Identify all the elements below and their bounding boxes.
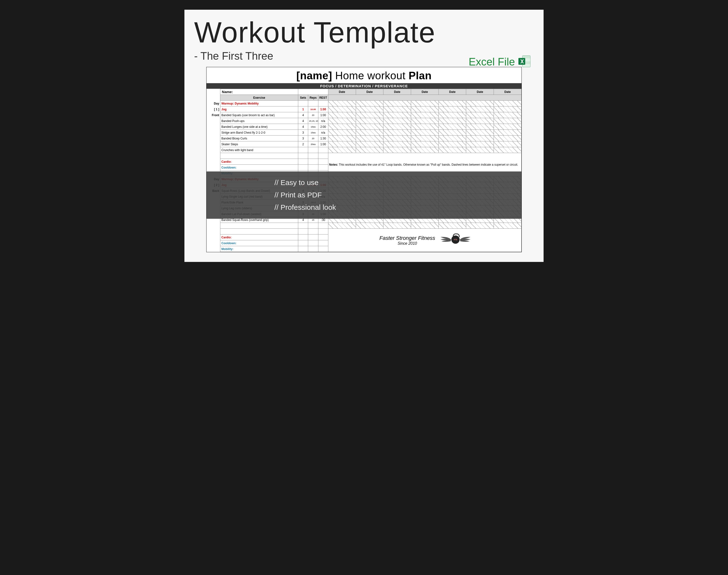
row-label (207, 124, 220, 130)
exercise-cell: Mobility: (220, 246, 298, 252)
log-cell (494, 136, 521, 141)
date-header: Date (494, 89, 521, 95)
log-cell (356, 101, 383, 106)
rest-cell: 1:00 (318, 112, 328, 118)
reps-cell: 10.00 (308, 106, 318, 112)
row-label (207, 153, 220, 159)
log-cell (494, 106, 521, 112)
sets-cell: 3 (298, 136, 308, 141)
reps-cell (308, 165, 318, 170)
log-cell (328, 124, 356, 130)
log-cell (411, 223, 439, 229)
log-cell (494, 124, 521, 130)
document-frame: Workout Template - The First Three Excel… (184, 10, 544, 262)
log-cell (466, 147, 494, 153)
log-cell (411, 147, 439, 153)
date-header: Date (439, 89, 466, 95)
log-cell (356, 147, 383, 153)
reps-cell: 20 (308, 112, 318, 118)
log-cell (494, 147, 521, 153)
log-cell (356, 118, 383, 124)
sets-cell (298, 223, 308, 229)
sets-header: Sets (298, 95, 308, 101)
log-cell (356, 106, 383, 112)
overlay-line: // Professional look (275, 201, 521, 213)
sets-cell (298, 159, 308, 165)
exercise-cell: Cardio: (220, 235, 298, 240)
table-row: Faster Stronger Fitness Since 2010 F/S (207, 229, 521, 235)
exercise-cell: Banded Lunges (one side at a time) (220, 124, 298, 130)
workout-table: Name:DateDateDateDateDateDateDateExercis… (207, 89, 521, 252)
row-label (207, 141, 220, 147)
log-cell (328, 130, 356, 136)
exercise-cell (220, 229, 298, 235)
sets-cell (298, 246, 308, 252)
exercise-cell: Banded Bicep Curls (220, 136, 298, 141)
exercise-cell: Skater Steps (220, 141, 298, 147)
exercise-cell (220, 223, 298, 229)
spreadsheet-preview: [name] Home workout Plan FOCUS / DETERMI… (206, 67, 522, 252)
log-cell (439, 112, 466, 118)
exercise-cell: Crunches with light band (220, 147, 298, 153)
log-cell (411, 106, 439, 112)
rest-cell: 1:00 (318, 141, 328, 147)
log-cell (411, 141, 439, 147)
sets-cell: 4 (298, 124, 308, 130)
sets-cell (298, 153, 308, 159)
log-cell (383, 118, 411, 124)
row-label (207, 223, 220, 229)
rest-cell (318, 101, 328, 106)
reps-cell: 15ea (308, 124, 318, 130)
log-cell (356, 112, 383, 118)
log-cell (328, 136, 356, 141)
row-label (207, 165, 220, 170)
brand-line1: Faster Stronger Fitness (380, 235, 435, 241)
log-cell (439, 130, 466, 136)
table-row: Banded Push-ups415,15, 10,10n/a (207, 118, 521, 124)
log-cell (411, 136, 439, 141)
row-label: Front (207, 112, 220, 118)
footer-area: Faster Stronger Fitness Since 2010 F/S (328, 229, 521, 252)
row-label (207, 229, 220, 235)
row-label (207, 118, 220, 124)
log-cell (439, 101, 466, 106)
sets-cell: 3 (298, 130, 308, 136)
table-row: DayWarmup: Dynamic Mobility (207, 101, 521, 106)
rest-cell (318, 240, 328, 246)
table-row: Crunches with light band (207, 147, 521, 153)
rest-cell: 1:00 (318, 106, 328, 112)
log-cell (439, 106, 466, 112)
reps-cell: 15ea (308, 130, 318, 136)
row-label (207, 147, 220, 153)
log-cell (356, 223, 383, 229)
log-cell (411, 112, 439, 118)
table-row: FrontBanded Squats (use broom to act as … (207, 112, 521, 118)
date-header: Date (328, 89, 356, 95)
reps-cell: 15,15, 10,10 (308, 118, 318, 124)
log-cell (328, 101, 356, 106)
sets-cell: 2 (298, 141, 308, 147)
motto-bar: FOCUS / DETERMINATION / PERSEVERANCE (207, 83, 521, 89)
rest-cell (318, 147, 328, 153)
log-cell (439, 124, 466, 130)
log-cell (328, 112, 356, 118)
exercise-cell: Cardio: (220, 159, 298, 165)
table-row: Notes: This workout includes the use of … (207, 153, 521, 159)
log-cell (466, 106, 494, 112)
log-cell (328, 223, 356, 229)
log-cell (328, 106, 356, 112)
date-header: Date (383, 89, 411, 95)
log-cell (356, 141, 383, 147)
exercise-cell: Banded Push-ups (220, 118, 298, 124)
name-label: Name: (220, 89, 298, 95)
exercise-cell: Jog (220, 106, 298, 112)
log-cell (356, 124, 383, 130)
exercise-cell: Cooldown: (220, 165, 298, 170)
log-cell (466, 136, 494, 141)
log-cell (383, 124, 411, 130)
log-cell (466, 223, 494, 229)
log-cell (466, 101, 494, 106)
table-row (207, 223, 521, 229)
log-cell (383, 141, 411, 147)
row-label: [ 1 ] (207, 106, 220, 112)
